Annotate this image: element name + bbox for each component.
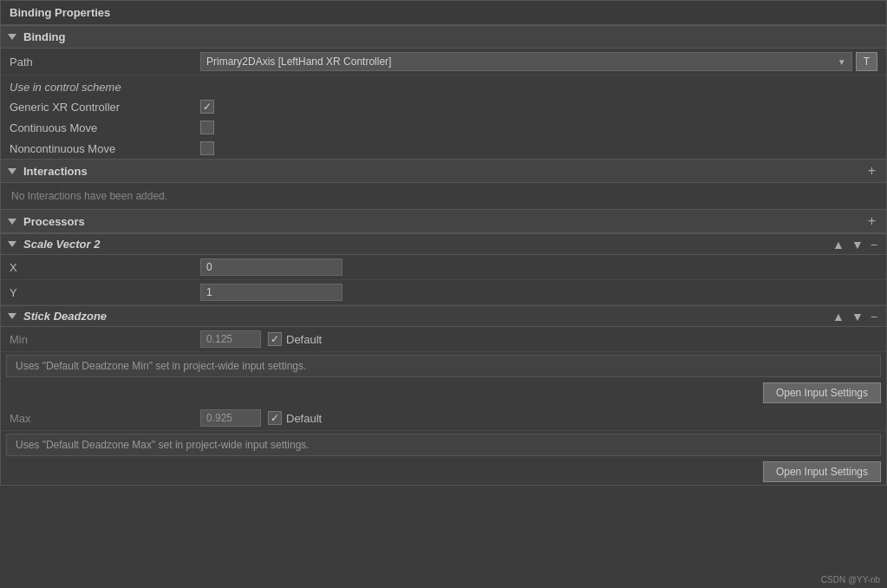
binding-properties-panel: Binding Properties Binding Path Primary2… bbox=[0, 0, 887, 486]
deadzone-min-default-text: Default bbox=[286, 333, 322, 346]
scale-vector-x-input[interactable] bbox=[200, 258, 342, 276]
processors-section-header[interactable]: Processors + bbox=[1, 209, 886, 233]
binding-section-label: Binding bbox=[23, 30, 65, 43]
deadzone-min-default-checkbox[interactable] bbox=[268, 332, 282, 346]
path-dropdown[interactable]: Primary2DAxis [LeftHand XR Controller] ▼ bbox=[200, 52, 852, 71]
scale-vector-up-button[interactable]: ▲ bbox=[831, 238, 846, 251]
processors-section-label: Processors bbox=[23, 215, 85, 228]
path-dropdown-arrow-icon: ▼ bbox=[838, 57, 846, 67]
deadzone-max-info: Uses "Default Deadzone Max" set in proje… bbox=[6, 434, 881, 456]
deadzone-max-default-checkbox[interactable] bbox=[268, 411, 282, 425]
stick-deadzone-header: Stick Deadzone ▲ ▼ − bbox=[1, 305, 886, 327]
open-settings-max-container: Open Input Settings bbox=[1, 459, 886, 485]
stick-deadzone-label: Stick Deadzone bbox=[23, 310, 107, 323]
binding-section-header[interactable]: Binding bbox=[1, 25, 886, 49]
open-input-settings-min-button[interactable]: Open Input Settings bbox=[763, 382, 881, 403]
scheme-label-2: Noncontinuous Move bbox=[10, 142, 200, 155]
interactions-add-button[interactable]: + bbox=[864, 164, 879, 178]
deadzone-min-input[interactable] bbox=[200, 330, 261, 348]
deadzone-max-label: Max bbox=[10, 412, 200, 425]
scale-vector-collapse-icon bbox=[8, 241, 16, 247]
scale-vector-y-label: Y bbox=[10, 286, 200, 299]
scheme-label-0: Generic XR Controller bbox=[10, 101, 200, 114]
no-interactions-text: No Interactions have been added. bbox=[1, 183, 886, 209]
deadzone-max-default-label[interactable]: Default bbox=[268, 411, 322, 425]
interactions-section-header[interactable]: Interactions + bbox=[1, 159, 886, 183]
deadzone-min-label: Min bbox=[10, 333, 200, 346]
scale-vector-x-label: X bbox=[10, 261, 200, 274]
stick-deadzone-collapse-icon bbox=[8, 313, 16, 319]
scheme-checkbox-1[interactable] bbox=[200, 121, 214, 134]
deadzone-max-default-text: Default bbox=[286, 412, 322, 425]
scheme-checkbox-2[interactable] bbox=[200, 141, 214, 155]
scheme-row-2: Noncontinuous Move bbox=[1, 138, 886, 159]
interactions-section-label: Interactions bbox=[23, 165, 88, 178]
scheme-checkbox-0[interactable] bbox=[200, 100, 214, 114]
stick-deadzone-remove-button[interactable]: − bbox=[869, 310, 879, 323]
deadzone-min-default-label[interactable]: Default bbox=[268, 332, 322, 346]
scale-vector-y-input[interactable] bbox=[200, 284, 342, 301]
stick-deadzone-down-button[interactable]: ▼ bbox=[850, 310, 865, 323]
scheme-label-1: Continuous Move bbox=[10, 121, 200, 134]
scheme-row-0: Generic XR Controller bbox=[1, 96, 886, 117]
scale-vector-down-button[interactable]: ▼ bbox=[850, 238, 865, 251]
processors-collapse-icon bbox=[8, 219, 16, 225]
processors-add-button[interactable]: + bbox=[864, 214, 879, 228]
open-input-settings-max-button[interactable]: Open Input Settings bbox=[763, 461, 881, 482]
open-settings-min-container: Open Input Settings bbox=[1, 380, 886, 406]
t-button[interactable]: T bbox=[856, 52, 877, 71]
deadzone-max-row: Max Default bbox=[1, 406, 886, 431]
interactions-collapse-icon bbox=[8, 168, 16, 174]
path-value: Primary2DAxis [LeftHand XR Controller] bbox=[206, 56, 834, 68]
deadzone-max-input[interactable] bbox=[200, 409, 261, 427]
path-row: Path Primary2DAxis [LeftHand XR Controll… bbox=[1, 49, 886, 75]
scale-vector-remove-button[interactable]: − bbox=[869, 238, 879, 251]
path-label: Path bbox=[10, 56, 200, 69]
control-scheme-label: Use in control scheme bbox=[1, 75, 886, 96]
deadzone-min-info: Uses "Default Deadzone Min" set in proje… bbox=[6, 355, 881, 377]
deadzone-min-row: Min Default bbox=[1, 327, 886, 352]
scale-vector-x-row: X bbox=[1, 255, 886, 280]
stick-deadzone-up-button[interactable]: ▲ bbox=[831, 310, 846, 323]
scheme-row-1: Continuous Move bbox=[1, 117, 886, 138]
scale-vector-header: Scale Vector 2 ▲ ▼ − bbox=[1, 233, 886, 255]
scale-vector-y-row: Y bbox=[1, 280, 886, 305]
binding-collapse-icon bbox=[8, 34, 16, 40]
scale-vector-label: Scale Vector 2 bbox=[23, 238, 100, 251]
watermark: CSDN @YY-nb bbox=[821, 575, 880, 585]
panel-title: Binding Properties bbox=[1, 1, 886, 25]
